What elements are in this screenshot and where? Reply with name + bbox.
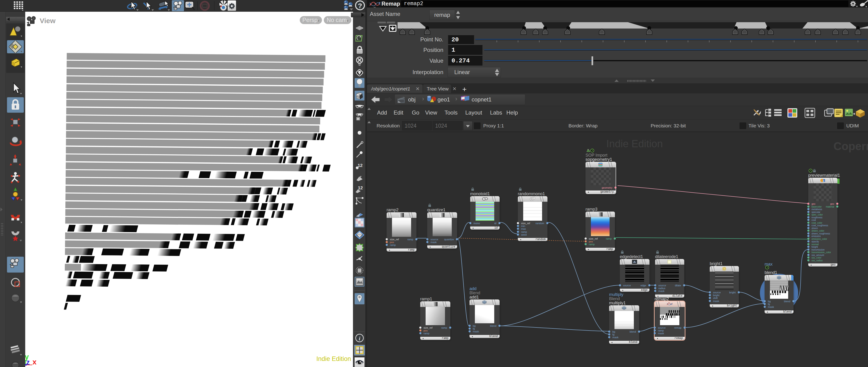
- svg-text:x: x: [32, 358, 37, 366]
- svg-text:12: 12: [358, 163, 363, 168]
- svg-text:12: 12: [358, 186, 363, 190]
